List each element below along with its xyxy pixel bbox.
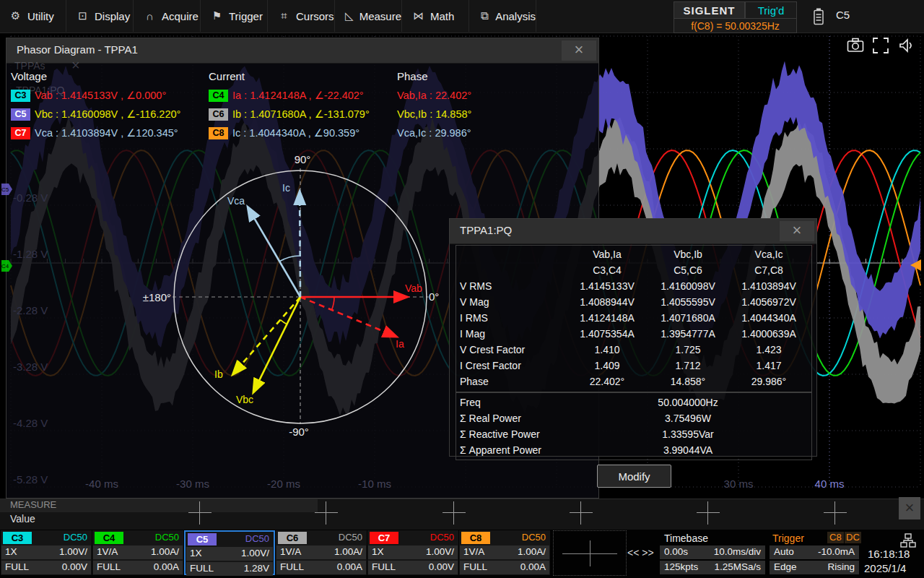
channel-box-c7[interactable]: C7DC501X1.00V/FULL0.00V [367, 530, 458, 575]
pq-column-header: Vca,Ic [728, 246, 809, 262]
channel-badge-c8: C8 [209, 127, 228, 139]
menu-label: Acquire [162, 10, 199, 22]
pq-summary-label: Σ Reactive Power [460, 426, 540, 442]
measure-slot-crosshair[interactable] [443, 501, 466, 525]
pq-row-label: V Mag [458, 294, 567, 310]
channel-badge-c6: C6 [209, 108, 228, 121]
pq-row-label: Phase [458, 374, 567, 389]
pq-cell [458, 262, 567, 278]
timebase-row-rate: 125kpts1.25MSa/s [660, 561, 765, 574]
channel-box-c6[interactable]: C6DC501V/A1.00A/FULL0.00A [276, 530, 367, 575]
channel-scale-row: 1X1.00V/ [368, 545, 458, 559]
pq-summary-label: Freq [460, 394, 481, 410]
pq-value: 1.410 [567, 342, 648, 358]
pq-value: 1.4055595V [648, 294, 728, 310]
menu-display[interactable]: ⊡Display [67, 0, 134, 32]
channel-badge-c7: C7 [370, 532, 398, 544]
measure-slot-crosshair[interactable] [315, 501, 338, 525]
readout-row: C3Vab : 1.4145133V , ∠0.000° [11, 86, 180, 105]
pq-table: Vab,IaVbc,IbVca,IcC3,C4C5,C6C7,C8V RMS1.… [458, 246, 809, 389]
pq-row-label: V RMS [458, 278, 567, 294]
measure-slot-crosshair[interactable] [570, 501, 593, 525]
menu-analysis[interactable]: ⧉Analysis [470, 0, 536, 32]
channel-box-c3[interactable]: C3DC501X1.00V/FULL0.00V [1, 530, 92, 575]
channel-badge-c7: C7 [11, 127, 30, 139]
menu-measure[interactable]: ◺Measure [336, 0, 402, 32]
channel-box-c4[interactable]: C4DC501V/A1.00A/FULL0.00A [92, 530, 183, 575]
pq-value: 1.4075354A [567, 326, 648, 342]
math-icon: ⋈ [412, 9, 424, 22]
camera-icon[interactable] [847, 37, 864, 54]
trigger-coupling-badge: DC [845, 532, 861, 543]
measure-close-button[interactable]: × [899, 497, 920, 519]
measure-slot-crosshair[interactable] [697, 501, 720, 525]
trigger-box[interactable]: Trigger C8 DC Auto-10.0mA EdgeRising [768, 530, 860, 575]
pq-row-label: V Crest Factor [458, 342, 567, 358]
pq-value: 1.4103894V [728, 278, 809, 294]
readout-row: Vca,Ic : 29.986° [397, 124, 471, 142]
active-channel-indicator[interactable]: C5 [836, 9, 850, 21]
channel-scale-row: 1V/A1.00A/ [276, 545, 366, 559]
pq-summary-value: 3.75496W [567, 410, 809, 426]
channel-coupling: DC50 [430, 532, 454, 543]
readout-text: Vca,Ic : 29.986° [397, 127, 471, 139]
pq-value: 22.402° [567, 374, 648, 389]
measure-slot-crosshair[interactable] [824, 501, 847, 525]
menu-cursors[interactable]: ⌗Cursors [269, 0, 335, 32]
measure-slot-crosshair[interactable] [188, 501, 212, 525]
pq-summary-label: Σ Apparent Power [460, 442, 541, 458]
pq-value: 1.4071680A [648, 310, 728, 326]
empty-slot-box[interactable] [553, 530, 627, 576]
cursors-icon: ⌗ [278, 9, 290, 22]
pq-channel-pair: C5,C6 [648, 262, 728, 278]
readout-row: C5Vbc : 1.4160098V , ∠-116.220° [11, 105, 180, 124]
pq-value: 1.3954777A [648, 326, 728, 342]
pq-summary-label: Σ Real Power [460, 410, 521, 426]
pq-summary: Freq50.004000HzΣ Real Power3.75496WΣ Rea… [458, 394, 809, 458]
channel-badge-c4: C4 [95, 532, 123, 544]
menu-label: Cursors [296, 10, 334, 22]
channel-scale-row: 1V/A1.00A/ [93, 545, 183, 559]
phasor-dialog-close-button[interactable]: × [562, 40, 596, 61]
voltage-readout-column: VoltageC3Vab : 1.4145133V , ∠0.000°C5Vbc… [11, 70, 180, 142]
trigger-row-mode: Auto-10.0mA [770, 545, 859, 559]
modify-button[interactable]: Modify [597, 465, 671, 488]
fullscreen-icon[interactable] [872, 37, 889, 54]
channel-coupling: DC50 [155, 532, 179, 543]
menu-label: Trigger [229, 10, 263, 22]
readout-header: Current [209, 70, 370, 86]
clock-time: 16:18:18 [868, 548, 910, 560]
channel-badge-c3: C3 [11, 90, 30, 102]
pq-dialog-close-button[interactable]: × [780, 221, 814, 241]
channel-coupling: DC50 [339, 532, 362, 543]
channel-offset-row: FULL0.00A [460, 561, 549, 574]
timebase-box[interactable]: Timebase 0.00s10.0ms/div 125kpts1.25MSa/… [658, 530, 767, 575]
timebase-title: Timebase [664, 532, 708, 544]
sound-icon[interactable] [897, 37, 915, 54]
trigger-flag-icon: ⚑ [211, 9, 223, 22]
pq-value: 1.4088944V [567, 294, 648, 310]
channel-badge-c6: C6 [278, 532, 307, 544]
pq-channel-pair: C7,C8 [728, 262, 809, 278]
pq-row-label: I Crest Factor [458, 358, 567, 374]
measure-icon: ◺ [345, 9, 354, 22]
pq-value: 29.986° [728, 374, 809, 389]
pq-channel-pair: C3,C4 [567, 262, 648, 278]
channel-box-c8[interactable]: C8DC501V/A1.00A/FULL0.00A [459, 530, 550, 575]
channel-offset-row: FULL0.00A [93, 561, 183, 574]
channel-nav-arrows[interactable]: << >> [627, 547, 654, 558]
menu-label: Math [430, 10, 454, 22]
readout-header: Phase [397, 70, 471, 86]
phasor-dialog-titlebar[interactable]: Phasor Diagram - TPPA1 × [6, 38, 598, 64]
channel-box-c5[interactable]: C5DC501X1.00V/FULL1.28V [184, 530, 275, 575]
pq-dialog-title: TPPA1:PQ [460, 224, 512, 236]
menu-acquire[interactable]: ∩Acquire [134, 0, 201, 32]
pq-row-label: I RMS [458, 310, 567, 326]
channel-coupling: DC50 [64, 532, 87, 543]
network-icon[interactable] [900, 533, 916, 548]
menu-trigger[interactable]: ⚑Trigger [201, 0, 268, 32]
menu-math[interactable]: ⋈Math [403, 0, 469, 32]
pq-dialog-titlebar[interactable]: TPPA1:PQ × [450, 219, 816, 244]
pq-value: 1.417 [728, 358, 809, 374]
menu-utility[interactable]: ⚙Utility [0, 0, 66, 32]
